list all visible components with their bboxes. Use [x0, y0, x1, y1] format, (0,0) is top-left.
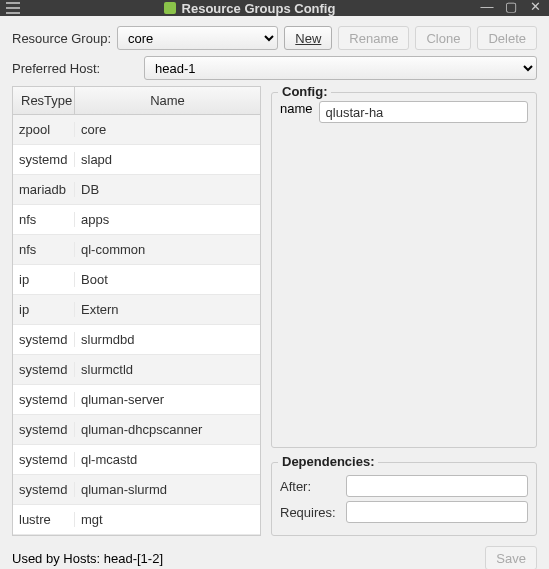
menu-icon[interactable]: [6, 2, 20, 14]
preferred-host-label: Preferred Host:: [12, 61, 138, 76]
dependencies-group: Dependencies: After: Requires:: [271, 462, 537, 536]
close-icon[interactable]: ✕: [527, 0, 543, 16]
cell-restype: systemd: [13, 152, 75, 167]
clone-button[interactable]: Clone: [415, 26, 471, 50]
delete-button[interactable]: Delete: [477, 26, 537, 50]
resource-table: ResType Name zpoolcoresystemdslapdmariad…: [12, 86, 261, 536]
app-logo-icon: [164, 2, 176, 14]
table-row[interactable]: mariadbDB: [13, 175, 260, 205]
cell-name: Extern: [75, 302, 260, 317]
table-row[interactable]: systemdqluman-slurmd: [13, 475, 260, 505]
config-body: name: [280, 101, 528, 427]
used-by-hosts: Used by Hosts: head-[1-2]: [12, 551, 163, 566]
right-panel: Config: name Dependencies: After: Requir…: [271, 86, 537, 536]
resource-group-select[interactable]: core: [117, 26, 278, 50]
cell-restype: ip: [13, 302, 75, 317]
cell-name: qluman-dhcpscanner: [75, 422, 260, 437]
cell-name: mgt: [75, 512, 260, 527]
table-row[interactable]: systemdqluman-server: [13, 385, 260, 415]
cell-restype: systemd: [13, 362, 75, 377]
cell-name: slurmctld: [75, 362, 260, 377]
table-row[interactable]: systemdslapd: [13, 145, 260, 175]
cell-restype: systemd: [13, 422, 75, 437]
table-body: zpoolcoresystemdslapdmariadbDBnfsappsnfs…: [13, 115, 260, 535]
cell-name: slapd: [75, 152, 260, 167]
table-row[interactable]: zpoolcore: [13, 115, 260, 145]
cell-restype: nfs: [13, 242, 75, 257]
resource-group-row: Resource Group: core New Rename Clone De…: [12, 26, 537, 50]
cell-name: ql-common: [75, 242, 260, 257]
dependencies-title: Dependencies:: [278, 454, 378, 469]
content: Resource Group: core New Rename Clone De…: [0, 16, 549, 569]
cell-name: Boot: [75, 272, 260, 287]
cell-name: ql-mcastd: [75, 452, 260, 467]
after-label: After:: [280, 479, 346, 494]
cell-restype: zpool: [13, 122, 75, 137]
after-row: After:: [280, 475, 528, 497]
preferred-host-select[interactable]: head-1: [144, 56, 537, 80]
rename-button[interactable]: Rename: [338, 26, 409, 50]
table-row[interactable]: ipBoot: [13, 265, 260, 295]
cell-name: core: [75, 122, 260, 137]
preferred-host-row: Preferred Host: head-1: [12, 56, 537, 80]
table-row[interactable]: systemdql-mcastd: [13, 445, 260, 475]
config-group: Config: name: [271, 92, 537, 448]
cell-restype: nfs: [13, 212, 75, 227]
table-row[interactable]: nfsql-common: [13, 235, 260, 265]
cell-name: apps: [75, 212, 260, 227]
cell-name: slurmdbd: [75, 332, 260, 347]
titlebar: Resource Groups Config — ▢ ✕: [0, 0, 549, 16]
new-button[interactable]: New: [284, 26, 332, 50]
maximize-icon[interactable]: ▢: [503, 0, 519, 16]
after-input[interactable]: [346, 475, 528, 497]
cell-name: qluman-slurmd: [75, 482, 260, 497]
table-row[interactable]: systemdslurmctld: [13, 355, 260, 385]
main-area: ResType Name zpoolcoresystemdslapdmariad…: [12, 86, 537, 536]
col-restype[interactable]: ResType: [13, 87, 75, 114]
title-area: Resource Groups Config: [28, 1, 471, 16]
table-row[interactable]: systemdslurmdbd: [13, 325, 260, 355]
cell-restype: systemd: [13, 452, 75, 467]
cell-restype: mariadb: [13, 182, 75, 197]
col-name[interactable]: Name: [75, 87, 260, 114]
save-button[interactable]: Save: [485, 546, 537, 569]
window-title: Resource Groups Config: [182, 1, 336, 16]
cell-restype: systemd: [13, 482, 75, 497]
table-row[interactable]: systemdqluman-dhcpscanner: [13, 415, 260, 445]
table-header: ResType Name: [13, 87, 260, 115]
requires-label: Requires:: [280, 505, 346, 520]
table-row[interactable]: nfsapps: [13, 205, 260, 235]
cell-restype: systemd: [13, 392, 75, 407]
cell-restype: ip: [13, 272, 75, 287]
table-row[interactable]: ipExtern: [13, 295, 260, 325]
config-name-input[interactable]: [319, 101, 528, 123]
requires-input[interactable]: [346, 501, 528, 523]
cell-restype: systemd: [13, 332, 75, 347]
cell-restype: lustre: [13, 512, 75, 527]
minimize-icon[interactable]: —: [479, 0, 495, 16]
config-name-label: name: [280, 101, 313, 116]
requires-row: Requires:: [280, 501, 528, 523]
table-row[interactable]: lustremgt: [13, 505, 260, 535]
cell-name: DB: [75, 182, 260, 197]
cell-name: qluman-server: [75, 392, 260, 407]
resource-group-label: Resource Group:: [12, 31, 111, 46]
config-title: Config:: [278, 84, 331, 99]
footer: Used by Hosts: head-[1-2] Save: [12, 542, 537, 569]
